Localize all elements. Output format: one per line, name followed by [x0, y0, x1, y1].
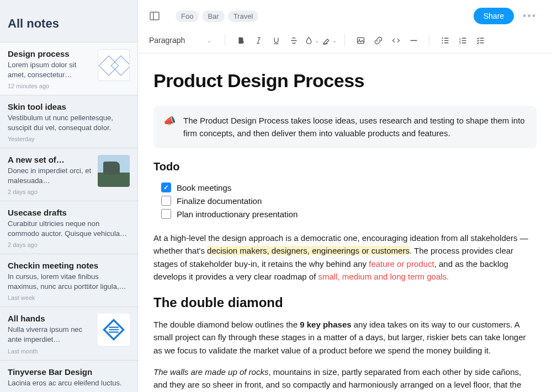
- checkbox[interactable]: [161, 196, 171, 206]
- note-item[interactable]: Skin tool ideas Vestibulum ut nunc pelle…: [0, 95, 137, 148]
- note-time: Last week: [8, 294, 130, 301]
- code-icon[interactable]: [388, 33, 404, 47]
- highlight-icon[interactable]: ⌄: [321, 33, 337, 47]
- svg-point-5: [442, 42, 443, 43]
- divider-icon[interactable]: [406, 33, 421, 47]
- ordered-list-icon[interactable]: 123: [455, 33, 470, 47]
- note-item[interactable]: Design process Lorem ipsum dolor sit ame…: [0, 42, 137, 95]
- note-item[interactable]: A new set of… Donec in imperdiet orci, e…: [0, 148, 137, 201]
- callout-text: The Product Design Process takes loose i…: [183, 115, 527, 139]
- note-excerpt: Lorem ipsum dolor sit amet, consectetur…: [8, 60, 92, 79]
- highlight: decision makers, designers, engineerings…: [207, 246, 410, 255]
- todo-label: Book meetings: [177, 183, 231, 192]
- tag[interactable]: Bar: [202, 10, 224, 22]
- link-text[interactable]: small, medium and long term goals.: [318, 272, 449, 281]
- more-icon[interactable]: •••: [518, 10, 541, 22]
- todo-heading[interactable]: Todo: [153, 160, 537, 173]
- strikethrough-icon[interactable]: [286, 33, 301, 47]
- paragraph[interactable]: At a high-level the design approach is a…: [153, 232, 537, 283]
- collapse-sidebar-icon[interactable]: [149, 10, 160, 22]
- svg-point-3: [442, 37, 443, 39]
- note-excerpt: Donec in imperdiet orci, et malesuada…: [8, 166, 92, 185]
- tag[interactable]: Travel: [228, 10, 259, 22]
- tags: Foo Bar Travel: [176, 10, 258, 22]
- note-title: Design process: [8, 49, 92, 58]
- svg-rect-0: [150, 12, 159, 20]
- note-title: All hands: [8, 314, 92, 323]
- note-title: Tinyverse Bar Design: [8, 367, 130, 377]
- link-icon[interactable]: [370, 33, 386, 47]
- todo-label: Plan introductionary presentation: [177, 210, 298, 219]
- italic-icon[interactable]: [251, 33, 266, 47]
- note-item[interactable]: All hands Nulla viverra ipsum nec ante i…: [0, 307, 137, 360]
- editor[interactable]: Product Design Process 📣 The Product Des…: [138, 53, 552, 392]
- note-title: Checkin meeting notes: [8, 261, 130, 270]
- block-type-select[interactable]: Paragraph ⌄: [149, 34, 217, 47]
- underline-icon[interactable]: [268, 33, 284, 47]
- note-thumbnail: [98, 314, 130, 346]
- note-excerpt: In cursus, lorem vitae finibus maximus, …: [8, 272, 130, 291]
- note-title: Usecase drafts: [8, 208, 130, 217]
- sidebar: All notes Design process Lorem ipsum dol…: [0, 0, 138, 392]
- checkbox[interactable]: [161, 182, 171, 192]
- note-time: Last month: [8, 348, 92, 355]
- note-thumbnail: [98, 49, 130, 81]
- note-item[interactable]: Usecase drafts Curabitur ultricies neque…: [0, 201, 137, 254]
- todo-item[interactable]: Finalize documentation: [153, 194, 537, 207]
- topbar: Foo Bar Travel Share •••: [138, 0, 552, 30]
- note-excerpt: Curabitur ultricies neque non commodo au…: [8, 219, 130, 238]
- checklist-icon[interactable]: [473, 33, 488, 47]
- share-button[interactable]: Share: [474, 8, 514, 24]
- note-title: Skin tool ideas: [8, 102, 130, 111]
- text-color-icon[interactable]: ⌄: [304, 33, 319, 47]
- note-time: 2 days ago: [8, 241, 130, 248]
- checkbox[interactable]: [161, 209, 171, 219]
- note-excerpt: Vestibulum ut nunc pellentesque, suscipi…: [8, 113, 130, 132]
- svg-point-2: [359, 39, 360, 40]
- link-text[interactable]: feature or product: [369, 259, 434, 269]
- note-time: 2 days ago: [8, 189, 92, 195]
- document-title[interactable]: Product Design Process: [153, 70, 537, 92]
- italic-text: The walls are made up of rocks: [153, 367, 268, 377]
- tag[interactable]: Foo: [176, 10, 199, 22]
- todo-list: Book meetings Finalize documentation Pla…: [153, 181, 537, 221]
- note-thumbnail: [98, 155, 130, 187]
- note-time: Yesterday: [8, 136, 130, 142]
- note-item[interactable]: Tinyverse Bar Design Lacinia eros ac arc…: [0, 361, 137, 392]
- note-title: A new set of…: [8, 155, 92, 164]
- paragraph[interactable]: The walls are made up of rocks, mountain…: [153, 366, 537, 392]
- note-excerpt: Lacinia eros ac arcu eleifend luctus.: [8, 378, 130, 388]
- note-item[interactable]: Checkin meeting notes In cursus, lorem v…: [0, 254, 137, 307]
- section-heading[interactable]: The double diamond: [153, 295, 537, 310]
- paragraph[interactable]: The double diamond below outlines the 9 …: [153, 318, 537, 357]
- toolbar: Paragraph ⌄ ⌄ ⌄ 123: [138, 30, 552, 53]
- note-time: 12 minutes ago: [8, 83, 92, 89]
- todo-item[interactable]: Book meetings: [153, 181, 537, 194]
- svg-rect-1: [357, 37, 364, 43]
- callout[interactable]: 📣 The Product Design Process takes loose…: [153, 106, 537, 148]
- svg-point-4: [442, 40, 443, 41]
- sidebar-title: All notes: [0, 0, 137, 42]
- bold-text: 9 key phases: [300, 320, 351, 329]
- main: Foo Bar Travel Share ••• Paragraph ⌄ ⌄ ⌄…: [138, 0, 552, 392]
- megaphone-icon: 📣: [163, 115, 176, 139]
- chevron-down-icon: ⌄: [207, 37, 211, 44]
- bullet-list-icon[interactable]: [437, 33, 453, 47]
- todo-item[interactable]: Plan introductionary presentation: [153, 207, 537, 221]
- block-type-label: Paragraph: [149, 36, 185, 45]
- svg-text:3: 3: [459, 41, 461, 45]
- todo-label: Finalize documentation: [177, 196, 262, 206]
- note-excerpt: Nulla viverra ipsum nec ante imperdiet…: [8, 325, 92, 344]
- image-icon[interactable]: [353, 33, 368, 47]
- bold-icon[interactable]: [233, 33, 248, 47]
